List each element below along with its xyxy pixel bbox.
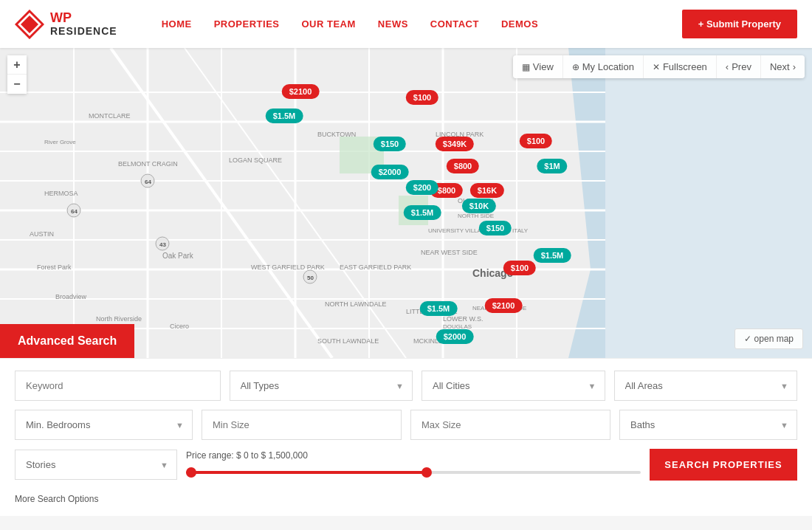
nav-news[interactable]: NEWS bbox=[378, 18, 408, 30]
nav-home[interactable]: HOME bbox=[162, 18, 192, 30]
svg-text:NEAR WEST SIDE: NEAR WEST SIDE bbox=[421, 249, 478, 256]
zoom-in-button[interactable]: + bbox=[7, 55, 27, 75]
slider-thumb-max[interactable] bbox=[422, 467, 432, 478]
map-pin[interactable]: $1M bbox=[537, 159, 567, 173]
search-row-3: Stories 1 2 3 4+ ▼ Price range: $ 0 to $… bbox=[15, 449, 797, 481]
advanced-search-button[interactable]: Advanced Search bbox=[0, 324, 134, 358]
min-size-input[interactable] bbox=[202, 410, 402, 440]
all-areas-wrapper: All Areas North Side South Side West Sid… bbox=[614, 371, 798, 401]
price-range-section: Price range: $ 0 to $ 1,500,000 bbox=[186, 450, 641, 480]
min-bedrooms-wrapper: Min. Bedrooms 1 2 3 4 5+ ▼ bbox=[15, 410, 193, 440]
svg-text:LOWER W.S.: LOWER W.S. bbox=[443, 315, 484, 323]
svg-text:North Riverside: North Riverside bbox=[96, 315, 142, 323]
svg-text:BELMONT CRAGIN: BELMONT CRAGIN bbox=[118, 160, 178, 168]
zoom-out-button[interactable]: − bbox=[7, 75, 27, 94]
slider-fill bbox=[186, 471, 427, 474]
nav-our-team[interactable]: OUR TEAM bbox=[301, 18, 355, 30]
keyword-input[interactable] bbox=[15, 371, 221, 401]
map-pin[interactable]: $2100 bbox=[282, 84, 320, 99]
svg-text:Cicero: Cicero bbox=[170, 323, 189, 330]
stories-wrapper: Stories 1 2 3 4+ ▼ bbox=[15, 450, 177, 480]
next-button[interactable]: Next › bbox=[761, 55, 805, 78]
stories-select[interactable]: Stories 1 2 3 4+ bbox=[15, 450, 177, 480]
view-button[interactable]: ▦ View bbox=[513, 55, 563, 78]
map-container: MONTCLARE River Grove BELMONT CRAGIN HER… bbox=[0, 48, 812, 358]
svg-text:NORTH SIDE: NORTH SIDE bbox=[458, 213, 494, 219]
map-toolbar: ▦ View ⊕ My Location ✕ Fullscreen ‹ Prev… bbox=[513, 55, 805, 78]
submit-property-button[interactable]: + Submit Property bbox=[682, 10, 797, 38]
svg-text:AUSTIN: AUSTIN bbox=[30, 230, 54, 238]
map-pin[interactable]: $2100 bbox=[485, 298, 523, 313]
svg-text:Oak Park: Oak Park bbox=[162, 252, 194, 260]
next-arrow-icon: › bbox=[793, 61, 796, 72]
prev-arrow-icon: ‹ bbox=[726, 61, 729, 72]
all-cities-select[interactable]: All Cities Chicago New York Los Angeles bbox=[422, 371, 605, 401]
more-search-options-link[interactable]: More Search Options bbox=[15, 489, 98, 509]
svg-text:64: 64 bbox=[145, 179, 151, 185]
svg-text:MONTCLARE: MONTCLARE bbox=[89, 112, 131, 120]
map-pin[interactable]: $1.5M bbox=[534, 248, 571, 263]
baths-select[interactable]: Baths 1 2 3 4+ bbox=[619, 410, 797, 440]
svg-text:50: 50 bbox=[307, 275, 314, 281]
map-pin[interactable]: $200 bbox=[406, 180, 438, 195]
logo-icon bbox=[15, 10, 44, 39]
svg-text:NORTH LAWNDALE: NORTH LAWNDALE bbox=[325, 300, 387, 308]
svg-text:Broadview: Broadview bbox=[55, 293, 87, 300]
search-row-2: Min. Bedrooms 1 2 3 4 5+ ▼ Baths 1 2 3 4… bbox=[15, 410, 797, 440]
min-bedrooms-select[interactable]: Min. Bedrooms 1 2 3 4 5+ bbox=[15, 410, 193, 440]
map-pin[interactable]: $16K bbox=[470, 183, 504, 198]
svg-text:EAST GARFIELD PARK: EAST GARFIELD PARK bbox=[340, 264, 411, 271]
search-form: All Types House Apartment Condo ▼ All Ci… bbox=[0, 358, 812, 516]
map-pin[interactable]: $1.5M bbox=[266, 109, 303, 123]
map-pin[interactable]: $100 bbox=[406, 90, 438, 105]
map-pin[interactable]: $2000 bbox=[436, 329, 474, 344]
all-types-select[interactable]: All Types House Apartment Condo bbox=[230, 371, 413, 401]
prev-button[interactable]: ‹ Prev bbox=[717, 55, 761, 78]
map-pin[interactable]: $1.5M bbox=[404, 205, 441, 220]
all-areas-select[interactable]: All Areas North Side South Side West Sid… bbox=[614, 371, 798, 401]
price-slider[interactable] bbox=[186, 465, 641, 480]
max-size-input[interactable] bbox=[410, 410, 610, 440]
map-pin[interactable]: $150 bbox=[374, 137, 406, 151]
logo[interactable]: WP RESIDENCE bbox=[15, 10, 117, 39]
svg-text:WEST GARFIELD PARK: WEST GARFIELD PARK bbox=[251, 264, 325, 271]
map-pin[interactable]: $1.5M bbox=[420, 301, 458, 316]
view-icon: ▦ bbox=[522, 62, 530, 72]
my-location-button[interactable]: ⊕ My Location bbox=[563, 55, 644, 78]
svg-text:HERMOSA: HERMOSA bbox=[44, 190, 78, 197]
map-zoom-controls: + − bbox=[7, 55, 27, 94]
search-row-1: All Types House Apartment Condo ▼ All Ci… bbox=[15, 371, 797, 401]
open-map-button[interactable]: ✓ open map bbox=[734, 328, 803, 349]
svg-text:BUCKTOWN: BUCKTOWN bbox=[317, 131, 356, 138]
nav-properties[interactable]: PROPERTIES bbox=[214, 18, 280, 30]
svg-text:SOUTH LAWNDALE: SOUTH LAWNDALE bbox=[317, 337, 379, 345]
svg-text:LOGAN SQUARE: LOGAN SQUARE bbox=[229, 156, 282, 164]
fullscreen-button[interactable]: ✕ Fullscreen bbox=[644, 55, 717, 78]
svg-text:43: 43 bbox=[159, 241, 166, 248]
all-types-wrapper: All Types House Apartment Condo ▼ bbox=[230, 371, 413, 401]
map-pin[interactable]: $2000 bbox=[371, 165, 409, 179]
map-pin[interactable]: $100 bbox=[520, 134, 552, 148]
main-nav: HOME PROPERTIES OUR TEAM NEWS CONTACT DE… bbox=[162, 18, 682, 30]
svg-text:River Grove: River Grove bbox=[44, 139, 76, 145]
svg-text:64: 64 bbox=[71, 208, 78, 215]
header: WP RESIDENCE HOME PROPERTIES OUR TEAM NE… bbox=[0, 0, 812, 48]
map-pin[interactable]: $10K bbox=[462, 199, 496, 213]
map-pin[interactable]: $100 bbox=[503, 261, 536, 275]
baths-wrapper: Baths 1 2 3 4+ ▼ bbox=[619, 410, 797, 440]
map-pin[interactable]: $800 bbox=[447, 159, 479, 173]
nav-contact[interactable]: CONTACT bbox=[430, 18, 479, 30]
price-range-label: Price range: $ 0 to $ 1,500,000 bbox=[186, 450, 641, 461]
all-cities-wrapper: All Cities Chicago New York Los Angeles … bbox=[422, 371, 605, 401]
location-icon: ⊕ bbox=[572, 62, 579, 72]
map-pin[interactable]: $150 bbox=[479, 221, 512, 235]
search-properties-button[interactable]: SEARCH PROPERTIES bbox=[650, 449, 797, 481]
fullscreen-icon: ✕ bbox=[653, 62, 660, 72]
map-pin[interactable]: $349K bbox=[436, 137, 474, 151]
svg-text:Forest Park: Forest Park bbox=[37, 264, 72, 271]
logo-wp: WP bbox=[50, 11, 117, 26]
slider-thumb-min[interactable] bbox=[186, 467, 196, 478]
nav-demos[interactable]: DEMOS bbox=[501, 18, 538, 30]
logo-residence: RESIDENCE bbox=[50, 26, 117, 37]
